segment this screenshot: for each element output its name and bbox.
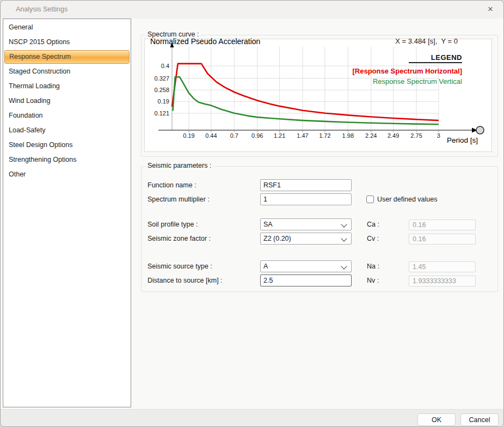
seismic-source-type-label: Seismic source type : xyxy=(147,263,212,270)
sidebar-item-foundation[interactable]: Foundation xyxy=(3,108,131,123)
spectrum-multiplier-label: Spectrum multiplier : xyxy=(147,196,210,203)
sidebar-item-staged-construction[interactable]: Staged Construction xyxy=(3,64,131,79)
chevron-down-icon xyxy=(341,235,347,241)
seismic-zone-factor-label: Seismic zone factor : xyxy=(147,235,211,242)
seismic-source-type-value: A xyxy=(263,261,268,272)
seismic-zone-factor-select[interactable]: Z2 (0.20) xyxy=(260,233,352,245)
sidebar-items: GeneralNSCP 2015 OptionsResponse Spectru… xyxy=(3,20,131,182)
spectrum-multiplier-input[interactable] xyxy=(260,193,352,205)
na-value-field xyxy=(409,261,476,272)
svg-text:0.327: 0.327 xyxy=(154,75,169,82)
svg-text:2.24: 2.24 xyxy=(365,132,377,139)
svg-text:0.121: 0.121 xyxy=(154,110,169,117)
svg-text:1.47: 1.47 xyxy=(297,132,308,139)
svg-text:0.19: 0.19 xyxy=(183,132,194,139)
close-icon[interactable]: × xyxy=(482,2,499,16)
soil-profile-type-select[interactable]: SA xyxy=(260,218,352,230)
period-slider-handle[interactable] xyxy=(476,126,484,134)
function-name-label: Function name : xyxy=(147,181,196,189)
seismic-source-type-select[interactable]: A xyxy=(260,260,352,272)
function-name-input[interactable] xyxy=(260,179,352,191)
svg-text:2.49: 2.49 xyxy=(388,132,399,139)
settings-category-list: GeneralNSCP 2015 OptionsResponse Spectru… xyxy=(3,19,131,407)
ca-value-field xyxy=(409,219,476,230)
legend-title: LEGEND xyxy=(409,53,462,63)
svg-text:1.21: 1.21 xyxy=(274,132,285,139)
legend-item-vertical: Response Spectrum Vertical xyxy=(352,77,462,86)
chart-title: Normalized Pseudo Acceleration xyxy=(150,37,260,46)
ca-label: Ca : xyxy=(367,221,379,228)
seismic-zone-factor-value: Z2 (0.20) xyxy=(263,233,291,244)
soil-profile-type-label: Soil profile type : xyxy=(147,221,198,228)
sidebar-item-thermal-loading[interactable]: Thermal Loading xyxy=(3,79,131,94)
na-label: Na : xyxy=(367,263,379,270)
dialog-title: Analysis Settings xyxy=(16,1,67,19)
svg-text:0.44: 0.44 xyxy=(205,132,217,139)
dialog-footer: OK Cancel xyxy=(1,409,503,427)
chevron-down-icon xyxy=(341,221,347,227)
distance-to-source-label: Distance to source [km] : xyxy=(147,277,223,284)
svg-text:0.19: 0.19 xyxy=(158,98,169,105)
sidebar-item-load-safety[interactable]: Load-Safety xyxy=(3,123,131,138)
sidebar-item-general[interactable]: General xyxy=(3,20,131,35)
nv-label: Nv : xyxy=(367,277,379,284)
sidebar-item-other[interactable]: Other xyxy=(3,167,131,182)
svg-text:0.96: 0.96 xyxy=(251,132,263,139)
analysis-settings-dialog: Analysis Settings × GeneralNSCP 2015 Opt… xyxy=(0,0,504,427)
svg-text:2.75: 2.75 xyxy=(410,132,422,139)
cancel-button[interactable]: Cancel xyxy=(460,413,499,426)
chevron-down-icon xyxy=(341,263,347,269)
sidebar-item-response-spectrum[interactable]: Response Spectrum xyxy=(4,50,130,64)
svg-text:0.7: 0.7 xyxy=(230,132,238,139)
user-defined-values-label: User defined values xyxy=(377,196,437,203)
chart-legend: LEGEND [Response Spectrum Horizontal] Re… xyxy=(352,52,462,86)
legend-item-horizontal: [Response Spectrum Horizontal] xyxy=(352,67,462,75)
distance-to-source-input[interactable] xyxy=(260,274,352,286)
sidebar-item-steel-design-options[interactable]: Steel Design Options xyxy=(3,138,131,152)
seismic-parameters-group-label: Seismic parameters : xyxy=(145,162,213,169)
soil-profile-type-value: SA xyxy=(263,219,273,230)
svg-text:3: 3 xyxy=(437,132,440,139)
svg-text:0.4: 0.4 xyxy=(161,63,169,69)
sidebar-item-nscp-2015-options[interactable]: NSCP 2015 Options xyxy=(3,35,131,50)
x-axis-label: Period [s] xyxy=(447,136,478,144)
svg-text:1.98: 1.98 xyxy=(342,132,354,139)
sidebar-item-strengthening-options[interactable]: Strengthening Options xyxy=(3,152,131,167)
cursor-readout: X = 3.484 [s], Y = 0 xyxy=(395,37,458,45)
nv-value-field xyxy=(409,276,476,286)
titlebar: Analysis Settings × xyxy=(1,1,503,19)
user-defined-values-checkbox[interactable] xyxy=(366,196,374,203)
cv-value-field xyxy=(409,234,476,245)
cv-label: Cv : xyxy=(367,235,379,242)
svg-text:0.258: 0.258 xyxy=(154,87,169,93)
sidebar-item-wind-loading[interactable]: Wind Loading xyxy=(3,94,131,108)
ok-button[interactable]: OK xyxy=(417,413,456,426)
svg-text:1.72: 1.72 xyxy=(319,132,330,139)
